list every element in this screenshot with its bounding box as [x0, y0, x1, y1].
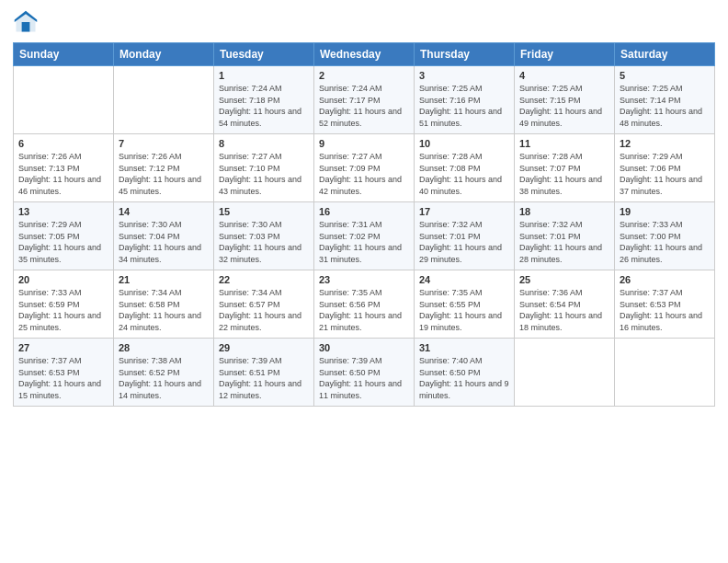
calendar-cell: 9Sunrise: 7:27 AMSunset: 7:09 PMDaylight… — [314, 134, 415, 202]
calendar-cell: 16Sunrise: 7:31 AMSunset: 7:02 PMDayligh… — [314, 202, 415, 270]
logo-icon — [13, 9, 39, 35]
day-info: Sunrise: 7:32 AMSunset: 7:01 PMDaylight:… — [519, 219, 609, 265]
calendar-cell: 14Sunrise: 7:30 AMSunset: 7:04 PMDayligh… — [114, 202, 214, 270]
day-info: Sunrise: 7:25 AMSunset: 7:16 PMDaylight:… — [419, 83, 509, 129]
day-header: Friday — [515, 43, 615, 66]
day-info: Sunrise: 7:26 AMSunset: 7:12 PMDaylight:… — [119, 151, 209, 197]
day-number: 13 — [18, 206, 108, 217]
day-info: Sunrise: 7:37 AMSunset: 6:53 PMDaylight:… — [18, 355, 108, 401]
day-info: Sunrise: 7:29 AMSunset: 7:06 PMDaylight:… — [620, 151, 710, 197]
day-info: Sunrise: 7:34 AMSunset: 6:57 PMDaylight:… — [219, 287, 309, 333]
day-info: Sunrise: 7:31 AMSunset: 7:02 PMDaylight:… — [319, 219, 409, 265]
calendar-cell: 22Sunrise: 7:34 AMSunset: 6:57 PMDayligh… — [214, 270, 314, 339]
day-number: 22 — [219, 274, 309, 285]
calendar-row: 27Sunrise: 7:37 AMSunset: 6:53 PMDayligh… — [14, 339, 715, 407]
day-number: 3 — [419, 70, 509, 81]
day-number: 7 — [119, 138, 209, 149]
day-number: 15 — [219, 206, 309, 217]
day-info: Sunrise: 7:28 AMSunset: 7:08 PMDaylight:… — [419, 151, 509, 197]
day-info: Sunrise: 7:36 AMSunset: 6:54 PMDaylight:… — [519, 287, 609, 333]
day-info: Sunrise: 7:24 AMSunset: 7:17 PMDaylight:… — [319, 83, 409, 129]
calendar-row: 20Sunrise: 7:33 AMSunset: 6:59 PMDayligh… — [14, 270, 715, 339]
day-header: Sunday — [14, 43, 114, 66]
calendar-cell: 13Sunrise: 7:29 AMSunset: 7:05 PMDayligh… — [14, 202, 114, 270]
day-info: Sunrise: 7:27 AMSunset: 7:09 PMDaylight:… — [319, 151, 409, 197]
day-info: Sunrise: 7:25 AMSunset: 7:14 PMDaylight:… — [620, 83, 710, 129]
calendar-row: 6Sunrise: 7:26 AMSunset: 7:13 PMDaylight… — [14, 134, 715, 202]
day-info: Sunrise: 7:27 AMSunset: 7:10 PMDaylight:… — [219, 151, 309, 197]
day-number: 1 — [219, 70, 309, 81]
calendar-cell: 26Sunrise: 7:37 AMSunset: 6:53 PMDayligh… — [615, 270, 715, 339]
page-container: SundayMondayTuesdayWednesdayThursdayFrid… — [0, 0, 728, 416]
day-number: 29 — [219, 342, 309, 353]
calendar-row: 1Sunrise: 7:24 AMSunset: 7:18 PMDaylight… — [14, 66, 715, 134]
calendar-cell: 20Sunrise: 7:33 AMSunset: 6:59 PMDayligh… — [14, 270, 114, 339]
day-number: 5 — [620, 70, 710, 81]
day-info: Sunrise: 7:32 AMSunset: 7:01 PMDaylight:… — [419, 219, 509, 265]
calendar-cell: 5Sunrise: 7:25 AMSunset: 7:14 PMDaylight… — [615, 66, 715, 134]
day-info: Sunrise: 7:28 AMSunset: 7:07 PMDaylight:… — [519, 151, 609, 197]
calendar-cell: 29Sunrise: 7:39 AMSunset: 6:51 PMDayligh… — [214, 339, 314, 407]
day-info: Sunrise: 7:30 AMSunset: 7:04 PMDaylight:… — [119, 219, 209, 265]
day-number: 25 — [519, 274, 609, 285]
day-number: 8 — [219, 138, 309, 149]
day-number: 17 — [419, 206, 509, 217]
calendar-cell: 2Sunrise: 7:24 AMSunset: 7:17 PMDaylight… — [314, 66, 415, 134]
day-info: Sunrise: 7:29 AMSunset: 7:05 PMDaylight:… — [18, 219, 108, 265]
day-header: Wednesday — [314, 43, 415, 66]
day-number: 6 — [18, 138, 108, 149]
day-number: 11 — [519, 138, 609, 149]
calendar-cell: 15Sunrise: 7:30 AMSunset: 7:03 PMDayligh… — [214, 202, 314, 270]
day-info: Sunrise: 7:33 AMSunset: 7:00 PMDaylight:… — [620, 219, 710, 265]
calendar-cell: 17Sunrise: 7:32 AMSunset: 7:01 PMDayligh… — [415, 202, 515, 270]
day-info: Sunrise: 7:25 AMSunset: 7:15 PMDaylight:… — [519, 83, 609, 129]
day-number: 24 — [419, 274, 509, 285]
day-header: Saturday — [615, 43, 715, 66]
day-info: Sunrise: 7:24 AMSunset: 7:18 PMDaylight:… — [219, 83, 309, 129]
calendar-cell: 4Sunrise: 7:25 AMSunset: 7:15 PMDaylight… — [515, 66, 615, 134]
calendar-cell: 28Sunrise: 7:38 AMSunset: 6:52 PMDayligh… — [114, 339, 214, 407]
day-info: Sunrise: 7:26 AMSunset: 7:13 PMDaylight:… — [18, 151, 108, 197]
day-number: 19 — [620, 206, 710, 217]
day-info: Sunrise: 7:38 AMSunset: 6:52 PMDaylight:… — [119, 355, 209, 401]
day-number: 28 — [119, 342, 209, 353]
calendar-cell: 10Sunrise: 7:28 AMSunset: 7:08 PMDayligh… — [415, 134, 515, 202]
day-info: Sunrise: 7:33 AMSunset: 6:59 PMDaylight:… — [18, 287, 108, 333]
day-number: 12 — [620, 138, 710, 149]
day-number: 23 — [319, 274, 409, 285]
day-info: Sunrise: 7:30 AMSunset: 7:03 PMDaylight:… — [219, 219, 309, 265]
day-header: Monday — [114, 43, 214, 66]
day-number: 21 — [119, 274, 209, 285]
day-info: Sunrise: 7:39 AMSunset: 6:51 PMDaylight:… — [219, 355, 309, 401]
day-number: 2 — [319, 70, 409, 81]
day-info: Sunrise: 7:35 AMSunset: 6:56 PMDaylight:… — [319, 287, 409, 333]
day-number: 9 — [319, 138, 409, 149]
day-info: Sunrise: 7:37 AMSunset: 6:53 PMDaylight:… — [620, 287, 710, 333]
calendar-cell — [515, 339, 615, 407]
day-number: 18 — [519, 206, 609, 217]
calendar-cell: 6Sunrise: 7:26 AMSunset: 7:13 PMDaylight… — [14, 134, 114, 202]
calendar-cell: 8Sunrise: 7:27 AMSunset: 7:10 PMDaylight… — [214, 134, 314, 202]
calendar-table: SundayMondayTuesdayWednesdayThursdayFrid… — [13, 42, 715, 407]
day-number: 16 — [319, 206, 409, 217]
day-number: 27 — [18, 342, 108, 353]
calendar-cell: 7Sunrise: 7:26 AMSunset: 7:12 PMDaylight… — [114, 134, 214, 202]
header-row: SundayMondayTuesdayWednesdayThursdayFrid… — [14, 43, 715, 66]
day-info: Sunrise: 7:39 AMSunset: 6:50 PMDaylight:… — [319, 355, 409, 401]
day-info: Sunrise: 7:40 AMSunset: 6:50 PMDaylight:… — [419, 355, 509, 401]
calendar-cell: 27Sunrise: 7:37 AMSunset: 6:53 PMDayligh… — [14, 339, 114, 407]
calendar-cell: 1Sunrise: 7:24 AMSunset: 7:18 PMDaylight… — [214, 66, 314, 134]
calendar-cell: 25Sunrise: 7:36 AMSunset: 6:54 PMDayligh… — [515, 270, 615, 339]
logo — [13, 9, 42, 35]
calendar-cell: 18Sunrise: 7:32 AMSunset: 7:01 PMDayligh… — [515, 202, 615, 270]
calendar-cell: 21Sunrise: 7:34 AMSunset: 6:58 PMDayligh… — [114, 270, 214, 339]
calendar-cell: 31Sunrise: 7:40 AMSunset: 6:50 PMDayligh… — [415, 339, 515, 407]
calendar-cell: 30Sunrise: 7:39 AMSunset: 6:50 PMDayligh… — [314, 339, 415, 407]
header — [13, 9, 715, 35]
calendar-cell: 19Sunrise: 7:33 AMSunset: 7:00 PMDayligh… — [615, 202, 715, 270]
calendar-cell — [114, 66, 214, 134]
day-number: 26 — [620, 274, 710, 285]
day-number: 31 — [419, 342, 509, 353]
day-header: Thursday — [415, 43, 515, 66]
calendar-cell — [615, 339, 715, 407]
